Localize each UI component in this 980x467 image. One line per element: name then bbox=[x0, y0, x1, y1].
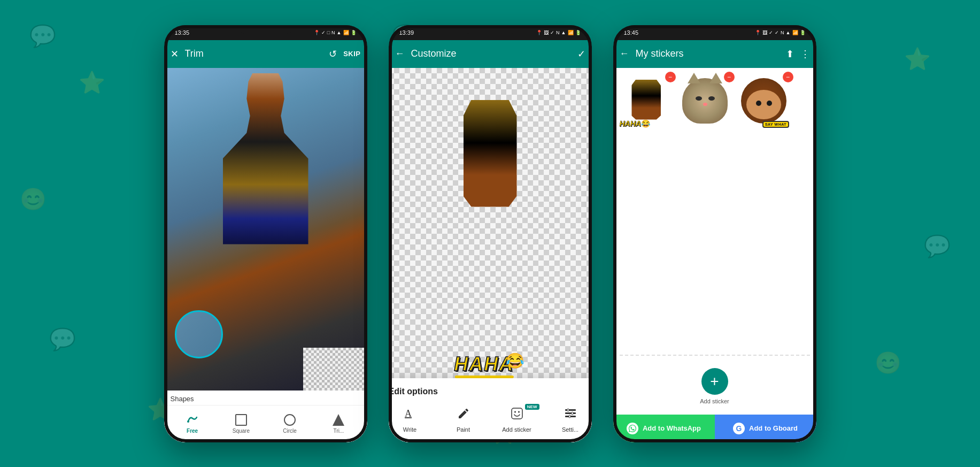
trim-app-bar: ✕ Trim ↺ SKIP bbox=[164, 40, 367, 68]
status-bar-2: 13:39 📍🖼✓N▲📶🔋 bbox=[389, 25, 592, 40]
status-time-3: 13:45 bbox=[624, 29, 639, 36]
svg-point-0 bbox=[187, 420, 189, 423]
cat-ears bbox=[682, 73, 728, 83]
sticker-cat-img bbox=[682, 78, 728, 124]
cat-eyes bbox=[696, 96, 715, 101]
phone-mystickers: 13:45 📍🖼✓✓N▲📶🔋 ← My stickers ⬆ ⋮ − bbox=[613, 25, 816, 442]
haha-emoji: 😂 bbox=[506, 352, 524, 370]
transparent-area bbox=[303, 348, 367, 391]
status-time-2: 13:39 bbox=[399, 29, 414, 36]
circle-preview bbox=[175, 310, 223, 358]
whatsapp-icon bbox=[627, 423, 638, 434]
haha-sticker[interactable]: HAHA 😂 bbox=[454, 355, 514, 378]
tool-square[interactable]: Square bbox=[218, 411, 264, 437]
svg-rect-8 bbox=[567, 409, 569, 411]
gboard-icon: G bbox=[733, 423, 745, 434]
free-label: Free bbox=[187, 428, 198, 434]
stickers-content: − HAHA 😂 − bbox=[613, 68, 816, 415]
sticker-delete-3[interactable]: − bbox=[783, 72, 793, 82]
settings-label: Setti... bbox=[562, 426, 578, 433]
sticker-item-monkey[interactable]: − SAY WHAT bbox=[737, 74, 791, 128]
more-icon[interactable]: ⋮ bbox=[800, 48, 810, 60]
trim-image-area[interactable] bbox=[164, 68, 367, 391]
tool-free[interactable]: Free bbox=[169, 411, 215, 437]
trim-screen: Shapes Free Square bbox=[164, 68, 367, 442]
new-badge: NEW bbox=[525, 404, 539, 410]
trim-title: Trim bbox=[185, 48, 323, 59]
status-icons-2: 📍🖼✓N▲📶🔋 bbox=[536, 30, 581, 35]
status-bar-1: 13:35 📍✓□N▲📶🔋 bbox=[164, 25, 367, 40]
cat-ear-left bbox=[688, 73, 700, 83]
gboard-label: Add to Gboard bbox=[749, 424, 798, 432]
tool-circle[interactable]: Circle bbox=[267, 411, 313, 437]
square-label: Square bbox=[233, 428, 250, 434]
customize-app-bar: ← Customize ✓ bbox=[389, 40, 592, 68]
svg-point-4 bbox=[518, 411, 520, 412]
add-sticker-label: Add sticker bbox=[700, 398, 729, 404]
triangle-label: Tri... bbox=[334, 428, 344, 434]
back-icon-customize[interactable]: ← bbox=[395, 48, 405, 59]
haha-small-emoji: 😂 bbox=[641, 119, 650, 128]
cat-ear-right bbox=[709, 73, 722, 83]
sticker-item-haha[interactable]: − HAHA 😂 bbox=[620, 74, 673, 128]
back-icon-mystickers[interactable]: ← bbox=[620, 48, 629, 59]
undo-icon[interactable]: ↺ bbox=[329, 48, 337, 60]
customize-title: Customize bbox=[411, 48, 571, 59]
svg-rect-6 bbox=[565, 412, 576, 414]
sticker-delete-1[interactable]: − bbox=[665, 72, 676, 82]
svg-rect-9 bbox=[572, 412, 573, 415]
add-to-gboard-button[interactable]: G Add to Gboard bbox=[715, 415, 816, 442]
paint-label: Paint bbox=[457, 426, 470, 433]
settings-icon bbox=[564, 407, 577, 423]
haha-text: HAHA bbox=[454, 353, 514, 375]
free-icon bbox=[187, 414, 198, 426]
edit-option-settings[interactable]: Setti... bbox=[544, 403, 592, 437]
monkey-eye-right bbox=[767, 101, 772, 106]
sticker-person bbox=[464, 100, 517, 207]
svg-point-3 bbox=[514, 411, 516, 412]
tool-triangle[interactable]: Tri... bbox=[315, 411, 361, 437]
add-sticker-button[interactable]: + Add sticker bbox=[613, 360, 816, 412]
mystickers-screen: − HAHA 😂 − bbox=[613, 68, 816, 442]
trim-toolbar: Free Square Circle Tri... bbox=[164, 405, 367, 442]
mystickers-title: My stickers bbox=[636, 48, 780, 59]
notch-3 bbox=[688, 25, 742, 34]
sticker-delete-2[interactable]: − bbox=[724, 72, 735, 82]
svg-rect-2 bbox=[512, 408, 522, 419]
edit-options-title: Edit options bbox=[389, 387, 592, 403]
write-label: Write bbox=[403, 426, 416, 433]
add-sticker-label: Add sticker bbox=[502, 426, 531, 433]
status-icons-1: 📍✓□N▲📶🔋 bbox=[314, 30, 357, 35]
circle-icon bbox=[284, 414, 296, 426]
add-sticker-icon bbox=[511, 407, 523, 423]
check-icon[interactable]: ✓ bbox=[577, 48, 585, 60]
edit-option-write[interactable]: A Write bbox=[389, 403, 437, 437]
mystickers-app-bar: ← My stickers ⬆ ⋮ bbox=[613, 40, 816, 68]
share-icon[interactable]: ⬆ bbox=[786, 48, 794, 60]
phone-customize: 13:39 📍🖼✓N▲📶🔋 ← Customize ✓ HAHA 😂 bbox=[389, 25, 592, 442]
edit-option-paint[interactable]: Paint bbox=[437, 403, 490, 437]
sticker-item-cat[interactable]: − bbox=[678, 74, 732, 128]
skip-button[interactable]: SKIP bbox=[343, 50, 360, 58]
cat-eye-right bbox=[708, 96, 715, 101]
notch-1 bbox=[239, 25, 292, 34]
sticker-monkey-img: SAY WHAT bbox=[741, 78, 786, 124]
cat-nose bbox=[703, 103, 707, 106]
haha-underline bbox=[454, 376, 513, 378]
shapes-label: Shapes bbox=[164, 391, 367, 405]
svg-rect-10 bbox=[569, 415, 570, 418]
edit-options-row: A Write Paint bbox=[389, 403, 592, 437]
monkey-face bbox=[746, 90, 781, 119]
whatsapp-label: Add to WhatsApp bbox=[643, 424, 701, 432]
square-icon bbox=[235, 414, 247, 426]
phone-trim: 13:35 📍✓□N▲📶🔋 ✕ Trim ↺ SKIP Shapes bbox=[164, 25, 367, 442]
close-icon[interactable]: ✕ bbox=[171, 48, 179, 60]
stickers-grid: − HAHA 😂 − bbox=[613, 68, 816, 353]
edit-options-sheet: Edit options A Write bbox=[389, 378, 592, 442]
haha-small: HAHA 😂 bbox=[620, 119, 650, 128]
add-to-whatsapp-button[interactable]: Add to WhatsApp bbox=[613, 415, 715, 442]
edit-option-add-sticker[interactable]: NEW Add sticker bbox=[490, 403, 544, 437]
phones-container: 13:35 📍✓□N▲📶🔋 ✕ Trim ↺ SKIP Shapes bbox=[164, 25, 816, 442]
status-bar-3: 13:45 📍🖼✓✓N▲📶🔋 bbox=[613, 25, 816, 40]
haha-small-text: HAHA bbox=[620, 119, 641, 128]
